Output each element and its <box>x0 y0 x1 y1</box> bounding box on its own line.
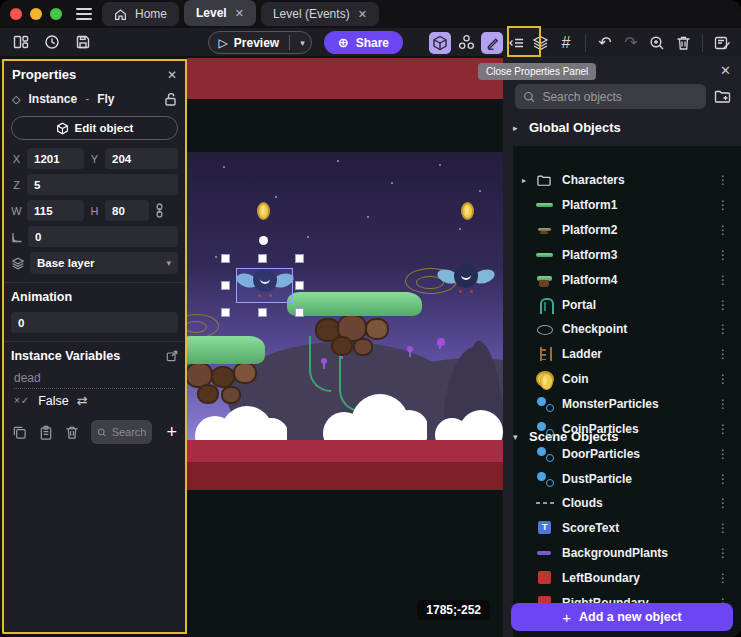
object-row-characters[interactable]: ▸ Characters ⋮ <box>503 168 741 193</box>
object-row-platform4[interactable]: Platform4⋮ <box>503 267 741 292</box>
object-row-monsterparticles[interactable]: MonsterParticles⋮ <box>503 392 741 417</box>
kebab-menu-icon[interactable]: ⋮ <box>717 447 729 461</box>
tab-level-events[interactable]: Level (Events) ✕ <box>261 2 379 26</box>
object-row-coin[interactable]: Coin⋮ <box>503 367 741 392</box>
coin-sprite[interactable] <box>461 202 474 220</box>
variable-value[interactable]: False <box>38 394 69 408</box>
objects-group-icon[interactable] <box>455 32 477 54</box>
y-position-field[interactable] <box>105 148 178 169</box>
add-variable-button[interactable]: + <box>166 422 177 443</box>
rotation-handle[interactable] <box>259 236 268 245</box>
save-icon[interactable] <box>72 31 94 53</box>
kebab-menu-icon[interactable]: ⋮ <box>717 372 729 386</box>
x-position-field[interactable] <box>27 148 84 169</box>
close-icon[interactable]: ✕ <box>167 68 177 82</box>
angle-field[interactable] <box>28 226 178 247</box>
3d-view-toggle-icon[interactable] <box>429 32 451 54</box>
kebab-menu-icon[interactable]: ⋮ <box>717 198 729 212</box>
trash-icon[interactable] <box>672 32 694 54</box>
kebab-menu-icon[interactable]: ⋮ <box>717 472 729 486</box>
scene-canvas[interactable]: 1785;-252 <box>187 56 503 637</box>
edit-object-button[interactable]: Edit object <box>11 116 178 140</box>
kebab-menu-icon[interactable]: ⋮ <box>717 347 729 361</box>
open-variables-editor-icon[interactable] <box>166 350 178 362</box>
window-zoom-button[interactable] <box>50 8 62 20</box>
variables-search-input[interactable]: Search <box>91 420 152 444</box>
objects-search-input[interactable] <box>542 90 698 104</box>
object-row-platform3[interactable]: Platform3⋮ <box>503 243 741 268</box>
selection-handle[interactable] <box>258 308 267 317</box>
zoom-icon[interactable] <box>646 32 668 54</box>
layer-dropdown[interactable]: Base layer ▾ <box>30 252 178 274</box>
preview-button[interactable]: ▷ Preview ▾ <box>208 31 312 54</box>
object-row-backgroundplants[interactable]: BackgroundPlants⋮ <box>503 541 741 566</box>
kebab-menu-icon[interactable]: ⋮ <box>717 422 729 436</box>
kebab-menu-icon[interactable]: ⋮ <box>717 273 729 287</box>
object-row-platform2[interactable]: Platform2⋮ <box>503 218 741 243</box>
window-close-button[interactable] <box>10 8 22 20</box>
delete-variable-icon[interactable] <box>65 425 79 440</box>
global-objects-group[interactable]: ▸ Global Objects <box>513 120 731 135</box>
selection-handle[interactable] <box>221 254 230 263</box>
history-clock-icon[interactable] <box>41 31 63 53</box>
redo-icon[interactable]: ↷ <box>620 32 642 54</box>
menu-icon[interactable] <box>76 8 92 20</box>
kebab-menu-icon[interactable]: ⋮ <box>717 248 729 262</box>
object-row-leftboundary[interactable]: LeftBoundary⋮ <box>503 566 741 591</box>
paste-clipboard-icon[interactable] <box>39 425 53 440</box>
add-folder-icon[interactable] <box>714 89 731 104</box>
add-new-object-button[interactable]: + Add a new object <box>511 603 733 631</box>
selection-rectangle[interactable] <box>236 268 293 303</box>
tab-level[interactable]: Level ✕ <box>184 0 256 26</box>
width-field[interactable] <box>27 200 84 221</box>
grid-icon[interactable]: # <box>555 32 577 54</box>
undo-icon[interactable]: ↶ <box>594 32 616 54</box>
unlock-icon[interactable] <box>164 92 177 106</box>
kebab-menu-icon[interactable]: ⋮ <box>717 298 729 312</box>
object-row-platform1[interactable]: Platform1⋮ <box>503 193 741 218</box>
events-sheet-icon[interactable] <box>711 32 733 54</box>
animation-field[interactable] <box>11 312 178 333</box>
object-row-coinparticles[interactable]: CoinParticles⋮ <box>503 416 741 441</box>
close-objects-panel-icon[interactable]: ✕ <box>720 63 731 78</box>
object-row-dustparticle[interactable]: DustParticle⋮ <box>503 466 741 491</box>
panels-layout-icon[interactable] <box>10 31 32 53</box>
object-row-clouds[interactable]: Clouds⋮ <box>503 491 741 516</box>
z-order-field[interactable] <box>27 174 178 195</box>
object-row-portal[interactable]: Portal⋮ <box>503 292 741 317</box>
edit-pencil-icon[interactable] <box>481 32 503 54</box>
fly-sprite[interactable] <box>437 262 495 298</box>
close-tab-icon[interactable]: ✕ <box>235 7 244 20</box>
variable-name[interactable]: dead <box>14 371 175 389</box>
coin-sprite[interactable] <box>257 202 270 220</box>
selection-handle[interactable] <box>295 308 304 317</box>
window-minimize-button[interactable] <box>30 8 42 20</box>
lock-aspect-ratio-icon[interactable] <box>154 203 165 218</box>
kebab-menu-icon[interactable]: ⋮ <box>717 521 729 535</box>
toggle-value-icon[interactable]: ⇄ <box>77 393 88 408</box>
selection-handle[interactable] <box>258 254 267 263</box>
kebab-menu-icon[interactable]: ⋮ <box>717 173 729 187</box>
panel-toggle-icon[interactable] <box>507 32 525 54</box>
selection-handle[interactable] <box>295 254 304 263</box>
share-button[interactable]: ⊕ Share <box>324 31 403 54</box>
selection-handle[interactable] <box>221 308 230 317</box>
caret-right-icon[interactable]: ▸ <box>522 176 536 185</box>
close-tab-icon[interactable]: ✕ <box>358 8 367 21</box>
kebab-menu-icon[interactable]: ⋮ <box>717 223 729 237</box>
tab-home[interactable]: Home <box>102 2 179 26</box>
selection-handle[interactable] <box>221 281 230 290</box>
copy-icon[interactable] <box>12 425 27 440</box>
kebab-menu-icon[interactable]: ⋮ <box>717 571 729 585</box>
objects-search-box[interactable] <box>515 84 706 109</box>
height-field[interactable] <box>105 200 149 221</box>
object-row-scoretext[interactable]: ScoreText⋮ <box>503 516 741 541</box>
selection-handle[interactable] <box>295 281 304 290</box>
object-row-checkpoint[interactable]: Checkpoint⋮ <box>503 317 741 342</box>
kebab-menu-icon[interactable]: ⋮ <box>717 322 729 336</box>
kebab-menu-icon[interactable]: ⋮ <box>717 496 729 510</box>
kebab-menu-icon[interactable]: ⋮ <box>717 397 729 411</box>
layers-icon[interactable] <box>529 32 551 54</box>
preview-dropdown-icon[interactable]: ▾ <box>300 38 305 48</box>
kebab-menu-icon[interactable]: ⋮ <box>717 546 729 560</box>
